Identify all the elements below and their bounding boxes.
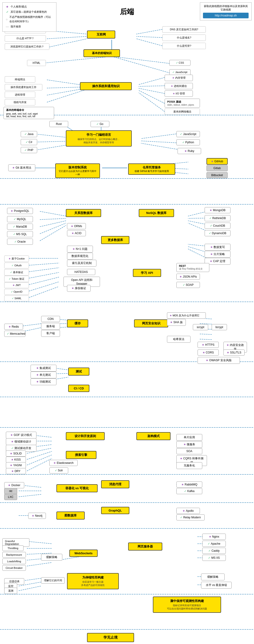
node-go: ✓Go — [91, 121, 109, 127]
conn-design-5 — [27, 452, 52, 460]
info-box: 获取此路线图的详细版本以及资源和其它路线图 http://roadmap.sh — [200, 2, 252, 20]
node-integration-test: ★集成测试 — [31, 365, 57, 372]
node-lxc: LXC — [4, 494, 17, 500]
node-terminal: 终端用法 — [5, 76, 35, 83]
node-forever: 学无止境 — [87, 633, 134, 642]
node-yagni: ★YAGNI — [6, 462, 26, 468]
legend-label-other: 其它选项—选择这个或者紫色的 — [11, 10, 47, 14]
node-monolith: 单片应用 — [176, 434, 202, 441]
node-neo4j: ★Neo4j — [28, 513, 46, 519]
node-network-basic: 基本的网络概念 — [165, 108, 200, 115]
node-observability: 脑中保持可观测性而构建 指标记录和其他可观测项目可以在出现问题时帮你调试和解决问… — [153, 596, 221, 613]
node-identity: ★身份验证 — [67, 285, 91, 292]
conn-auth-4 — [27, 272, 59, 278]
node-microservice: ★微服务 — [176, 441, 202, 448]
node-soap: ✓SOAP — [176, 282, 200, 288]
node-os: 操作系统和通用知识 — [80, 82, 132, 90]
node-process-mgmt: 进程管理 — [5, 92, 35, 98]
node-bitbucket: Bitbucket — [206, 172, 228, 178]
node-ms-iis: ✓MS IIS — [202, 555, 226, 561]
conn-frontend-html — [40, 56, 112, 64]
conn-os-r2 — [139, 86, 165, 86]
node-json-api: ★JSON APIs — [176, 274, 200, 280]
node-rabbitmq: ★RabbitMQ — [176, 482, 202, 488]
conn-frontend-css — [112, 56, 169, 64]
node-bcrypt: bcrypt — [212, 324, 227, 330]
conn-auth-3 — [27, 268, 59, 272]
node-hosting: 什么是托管? — [162, 43, 206, 49]
legend-box: ★ 个人推荐/观点 ✓ 其它选项—选择这个或者紫色的 ○ 不必严格按照路线图中的… — [2, 2, 57, 32]
conn-internet-6 — [136, 39, 162, 46]
conn-db-l4 — [40, 223, 66, 234]
node-javascript-lang: ✓JavaScript — [176, 131, 200, 137]
node-token-auth: ✓Token 验证 — [4, 276, 29, 282]
node-postgresql: ★PostgreSQL — [7, 208, 33, 214]
conn-os-r1 — [139, 78, 165, 84]
node-server-side: 服务端 — [41, 323, 60, 330]
conn-internet-4 — [136, 29, 162, 34]
node-git: ★Git 基本用法 — [8, 164, 35, 171]
node-relational-db: 关系型数据库 — [66, 209, 101, 217]
conn-db-l3 — [40, 221, 66, 227]
node-css: ✓CSS — [169, 60, 190, 66]
personal-icon: ★ — [6, 5, 9, 9]
node-ddd: ★领域驱动设计 — [6, 438, 37, 445]
node-browser: 浏览器和它们是如何工作的？ — [5, 44, 49, 50]
node-oauth: ✓OAuth — [4, 262, 29, 268]
node-cicd: CI / CD — [68, 385, 89, 392]
node-domain: 什么是域名? — [162, 34, 206, 41]
node-serverless: 无服务化 — [176, 462, 202, 469]
main-title: 后端 — [120, 7, 134, 17]
node-cookie-auth: ★基于Cookie — [4, 256, 29, 262]
node-graphql: GraphQL — [101, 507, 129, 514]
node-java: ✓Java — [21, 131, 37, 137]
node-acid: ★ACID — [67, 230, 86, 236]
node-ruby: ★Ruby — [178, 148, 201, 154]
conn-auth-7 — [27, 286, 59, 298]
node-scrypt: scrypt — [193, 324, 208, 330]
conn-db-l2 — [40, 218, 66, 220]
node-cache: 缓存 — [67, 320, 88, 328]
node-index: 索引及其它机制 — [67, 260, 96, 266]
conn-os-r4 — [139, 90, 165, 103]
node-saml: ✓SAML — [4, 296, 29, 301]
legend-item-not-recommended: — 我不推荐 — [6, 24, 53, 29]
node-github: ★GitHub — [206, 158, 228, 165]
node-container: 容器化 vs 可视化 — [57, 484, 98, 492]
node-html: HTML — [27, 60, 46, 66]
node-backpressure: Backpressure — [2, 552, 26, 558]
node-jwt: ★JWT — [4, 282, 29, 288]
node-loadshifting: Loadshifting — [2, 558, 26, 564]
node-docker: ★Docker — [4, 482, 24, 488]
node-cors: ★CORS — [197, 350, 219, 356]
node-owasp: ★OWASP 安全风险 — [197, 357, 240, 364]
node-terminal-cmd: 基本的终端命令 grep, awk, sed, lsof, curl, wget… — [4, 107, 54, 119]
node-redis: ★Redis — [4, 324, 23, 330]
node-csharp: ✓C# — [21, 139, 37, 145]
conn-lang-r1 — [141, 134, 176, 138]
node-throttling: Throttling — [2, 545, 24, 551]
conn-monitor-3 — [19, 586, 41, 591]
node-normalize: 数据库规范化 — [67, 253, 93, 260]
node-data-replication: ★数据复写 — [205, 244, 230, 250]
node-sharding: ★分片策略 — [205, 251, 230, 258]
node-nginx: ★Nginx — [202, 534, 226, 540]
node-messaging: 消息代理 — [101, 480, 129, 488]
node-io: ★I/O 管理 — [165, 90, 193, 97]
conn-sec-4 — [200, 334, 212, 334]
legend-label-not-recommended: 我不推荐 — [11, 24, 21, 29]
node-os-work: 操作系统通常如何工作 — [5, 84, 42, 90]
node-hash: 哈希算法 — [167, 336, 190, 343]
node-solid: ★SOLID — [6, 450, 26, 456]
node-mssql: ✓MS SQL — [7, 231, 33, 237]
legend-label-personal: 个人推荐/观点 — [11, 4, 27, 9]
node-relay: ✓Relay Modern — [176, 514, 205, 520]
conn-db-l1 — [40, 212, 66, 216]
node-dynamodb: ✓DynamoDB — [205, 230, 230, 236]
node-graph-db: 图数据库 — [57, 512, 85, 520]
roadmap-url-button[interactable]: http://roadmap.sh — [203, 13, 248, 18]
node-testing: 测试 — [68, 368, 89, 376]
node-rkt: rkt — [4, 488, 17, 494]
conn-design-7 — [27, 458, 52, 471]
node-cdn: CDN — [41, 316, 60, 322]
